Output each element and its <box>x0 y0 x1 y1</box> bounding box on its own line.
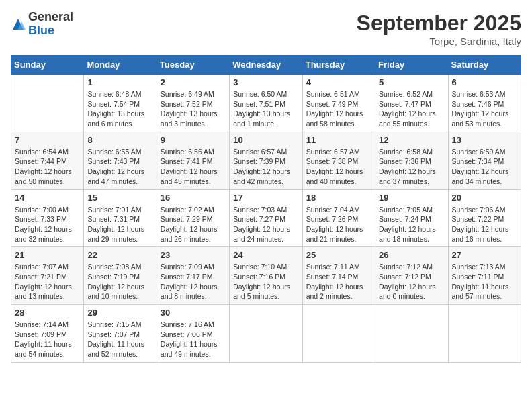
day-info: Sunrise: 7:12 AM Sunset: 7:12 PM Dayligh… <box>379 262 444 302</box>
day-number: 19 <box>379 193 444 203</box>
day-number: 23 <box>161 250 226 260</box>
logo-icon <box>11 17 26 32</box>
day-number: 14 <box>15 193 80 203</box>
daylight-text: Daylight: 12 hours and 55 minutes. <box>379 109 436 128</box>
sunrise-text: Sunrise: 6:51 AM <box>306 90 360 98</box>
sunset-text: Sunset: 7:43 PM <box>87 157 140 165</box>
sunrise-text: Sunrise: 7:03 AM <box>233 205 287 214</box>
daylight-text: Daylight: 12 hours and 0 minutes. <box>379 283 436 301</box>
day-number: 26 <box>379 250 444 260</box>
day-info: Sunrise: 6:51 AM Sunset: 7:49 PM Dayligh… <box>306 89 371 129</box>
sunset-text: Sunset: 7:52 PM <box>161 100 213 108</box>
day-info: Sunrise: 7:05 AM Sunset: 7:24 PM Dayligh… <box>379 205 444 244</box>
day-number: 24 <box>233 250 298 260</box>
day-number: 18 <box>306 193 371 203</box>
calendar-week-row: 7 Sunrise: 6:54 AM Sunset: 7:44 PM Dayli… <box>11 132 521 189</box>
daylight-text: Daylight: 12 hours and 45 minutes. <box>161 167 218 185</box>
sunrise-text: Sunrise: 7:13 AM <box>452 263 506 271</box>
day-info: Sunrise: 6:50 AM Sunset: 7:51 PM Dayligh… <box>233 89 298 129</box>
day-number: 28 <box>15 308 80 318</box>
day-info: Sunrise: 7:10 AM Sunset: 7:16 PM Dayligh… <box>233 262 298 302</box>
sunset-text: Sunset: 7:31 PM <box>87 215 140 223</box>
day-info: Sunrise: 7:07 AM Sunset: 7:21 PM Dayligh… <box>15 262 80 302</box>
sunrise-text: Sunrise: 6:57 AM <box>233 148 287 156</box>
daylight-text: Daylight: 12 hours and 5 minutes. <box>233 283 290 301</box>
location: Torpe, Sardinia, Italy <box>357 36 521 47</box>
calendar-cell: 24 Sunrise: 7:10 AM Sunset: 7:16 PM Dayl… <box>230 247 302 305</box>
calendar-cell: 9 Sunrise: 6:56 AM Sunset: 7:41 PM Dayli… <box>157 132 229 189</box>
calendar-cell: 30 Sunrise: 7:16 AM Sunset: 7:06 PM Dayl… <box>157 305 229 363</box>
calendar-cell: 22 Sunrise: 7:08 AM Sunset: 7:19 PM Dayl… <box>84 247 157 305</box>
sunset-text: Sunset: 7:22 PM <box>452 215 504 223</box>
day-number: 2 <box>161 77 226 87</box>
day-number: 3 <box>233 77 298 87</box>
day-number: 22 <box>87 250 152 260</box>
daylight-text: Daylight: 12 hours and 47 minutes. <box>87 167 144 185</box>
calendar-cell: 4 Sunrise: 6:51 AM Sunset: 7:49 PM Dayli… <box>302 75 375 132</box>
day-info: Sunrise: 7:04 AM Sunset: 7:26 PM Dayligh… <box>306 205 371 244</box>
calendar-cell: 6 Sunrise: 6:53 AM Sunset: 7:46 PM Dayli… <box>448 75 521 132</box>
day-info: Sunrise: 7:02 AM Sunset: 7:29 PM Dayligh… <box>161 205 226 244</box>
sunset-text: Sunset: 7:24 PM <box>379 215 431 223</box>
sunrise-text: Sunrise: 6:52 AM <box>379 90 433 98</box>
sunset-text: Sunset: 7:16 PM <box>233 273 285 281</box>
calendar-cell <box>302 305 375 363</box>
sunset-text: Sunset: 7:33 PM <box>15 215 67 223</box>
sunrise-text: Sunrise: 7:10 AM <box>233 263 287 271</box>
day-info: Sunrise: 6:57 AM Sunset: 7:38 PM Dayligh… <box>306 147 371 187</box>
daylight-text: Daylight: 12 hours and 34 minutes. <box>452 167 509 185</box>
daylight-text: Daylight: 12 hours and 13 minutes. <box>15 283 72 301</box>
day-number: 12 <box>379 135 444 145</box>
day-number: 21 <box>15 250 80 260</box>
day-info: Sunrise: 7:06 AM Sunset: 7:22 PM Dayligh… <box>452 205 517 244</box>
day-info: Sunrise: 7:14 AM Sunset: 7:09 PM Dayligh… <box>15 320 80 359</box>
sunset-text: Sunset: 7:51 PM <box>233 100 285 108</box>
daylight-text: Daylight: 13 hours and 6 minutes. <box>87 109 144 128</box>
day-number: 10 <box>233 135 298 145</box>
daylight-text: Daylight: 11 hours and 57 minutes. <box>452 283 509 301</box>
daylight-text: Daylight: 12 hours and 8 minutes. <box>161 283 218 301</box>
sunset-text: Sunset: 7:47 PM <box>379 100 431 108</box>
sunset-text: Sunset: 7:29 PM <box>161 215 213 223</box>
calendar-cell: 12 Sunrise: 6:58 AM Sunset: 7:36 PM Dayl… <box>375 132 448 189</box>
logo-blue: Blue <box>28 24 73 38</box>
day-number: 13 <box>452 135 517 145</box>
sunrise-text: Sunrise: 7:15 AM <box>87 320 141 328</box>
day-info: Sunrise: 6:59 AM Sunset: 7:34 PM Dayligh… <box>452 147 517 187</box>
day-number: 7 <box>15 135 80 145</box>
sunrise-text: Sunrise: 7:01 AM <box>87 205 141 214</box>
day-number: 8 <box>87 135 152 145</box>
sunrise-text: Sunrise: 6:53 AM <box>452 90 506 98</box>
sunset-text: Sunset: 7:12 PM <box>379 273 431 281</box>
sunrise-text: Sunrise: 7:02 AM <box>161 205 214 214</box>
daylight-text: Daylight: 12 hours and 40 minutes. <box>306 167 363 185</box>
sunrise-text: Sunrise: 6:55 AM <box>87 148 141 156</box>
day-number: 20 <box>452 193 517 203</box>
page-header: General Blue September 2025 Torpe, Sardi… <box>11 11 521 47</box>
day-info: Sunrise: 7:15 AM Sunset: 7:07 PM Dayligh… <box>87 320 152 359</box>
day-info: Sunrise: 7:08 AM Sunset: 7:19 PM Dayligh… <box>87 262 152 302</box>
calendar-cell: 2 Sunrise: 6:49 AM Sunset: 7:52 PM Dayli… <box>157 75 229 132</box>
day-number: 17 <box>233 193 298 203</box>
day-info: Sunrise: 6:53 AM Sunset: 7:46 PM Dayligh… <box>452 89 517 129</box>
daylight-text: Daylight: 12 hours and 37 minutes. <box>379 167 436 185</box>
calendar-cell <box>375 305 448 363</box>
day-info: Sunrise: 7:01 AM Sunset: 7:31 PM Dayligh… <box>87 205 152 244</box>
weekday-header-friday: Friday <box>375 56 448 75</box>
calendar-cell: 17 Sunrise: 7:03 AM Sunset: 7:27 PM Dayl… <box>230 189 302 247</box>
day-number: 6 <box>452 77 517 87</box>
weekday-header-monday: Monday <box>84 56 157 75</box>
daylight-text: Daylight: 12 hours and 10 minutes. <box>87 283 144 301</box>
calendar-table: SundayMondayTuesdayWednesdayThursdayFrid… <box>11 55 521 363</box>
daylight-text: Daylight: 11 hours and 49 minutes. <box>161 340 218 358</box>
daylight-text: Daylight: 12 hours and 58 minutes. <box>306 109 363 128</box>
day-number: 1 <box>87 77 152 87</box>
calendar-cell: 5 Sunrise: 6:52 AM Sunset: 7:47 PM Dayli… <box>375 75 448 132</box>
day-info: Sunrise: 6:48 AM Sunset: 7:54 PM Dayligh… <box>87 89 152 129</box>
calendar-cell: 28 Sunrise: 7:14 AM Sunset: 7:09 PM Dayl… <box>11 305 84 363</box>
daylight-text: Daylight: 12 hours and 18 minutes. <box>379 225 436 243</box>
sunrise-text: Sunrise: 7:09 AM <box>161 263 214 271</box>
daylight-text: Daylight: 12 hours and 42 minutes. <box>233 167 290 185</box>
day-info: Sunrise: 7:13 AM Sunset: 7:11 PM Dayligh… <box>452 262 517 302</box>
daylight-text: Daylight: 13 hours and 1 minute. <box>233 109 290 128</box>
